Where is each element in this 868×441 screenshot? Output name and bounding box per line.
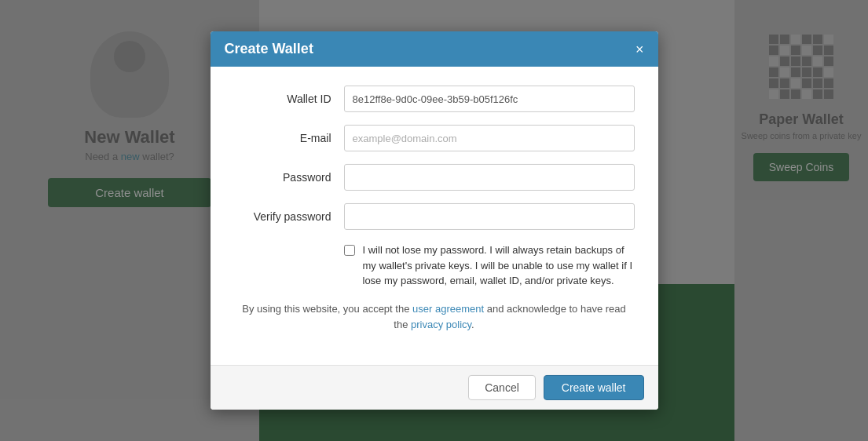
modal-title: Create Wallet xyxy=(225,41,313,57)
verify-password-label: Verify password xyxy=(234,210,344,223)
wallet-id-label: Wallet ID xyxy=(234,93,344,105)
agreement-checkbox-row: I will not lose my password. I will alwa… xyxy=(344,242,635,289)
create-wallet-modal: Create Wallet × Wallet ID E-mail Passwor… xyxy=(211,31,658,410)
privacy-policy-link[interactable]: privacy policy xyxy=(411,319,471,330)
cancel-button[interactable]: Cancel xyxy=(468,375,536,400)
verify-password-input[interactable] xyxy=(344,203,635,230)
terms-text: By using this website, you accept the us… xyxy=(234,301,635,333)
password-label: Password xyxy=(234,171,344,184)
verify-password-row: Verify password xyxy=(234,203,635,230)
modal-close-button[interactable]: × xyxy=(635,42,644,56)
user-agreement-link[interactable]: user agreement xyxy=(412,302,484,314)
wallet-id-input[interactable] xyxy=(344,86,635,112)
wallet-id-row: Wallet ID xyxy=(234,86,635,112)
modal-body: Wallet ID E-mail Password Verify passwor… xyxy=(211,67,658,365)
email-label: E-mail xyxy=(234,132,344,144)
create-wallet-button[interactable]: Create wallet xyxy=(544,375,644,400)
password-row: Password xyxy=(234,164,635,191)
agreement-checkbox[interactable] xyxy=(344,245,355,256)
password-input[interactable] xyxy=(344,164,635,191)
email-input[interactable] xyxy=(344,125,635,151)
agreement-text: I will not lose my password. I will alwa… xyxy=(363,242,635,289)
modal-footer: Cancel Create wallet xyxy=(211,365,658,410)
modal-header: Create Wallet × xyxy=(211,31,658,67)
email-row: E-mail xyxy=(234,125,635,151)
